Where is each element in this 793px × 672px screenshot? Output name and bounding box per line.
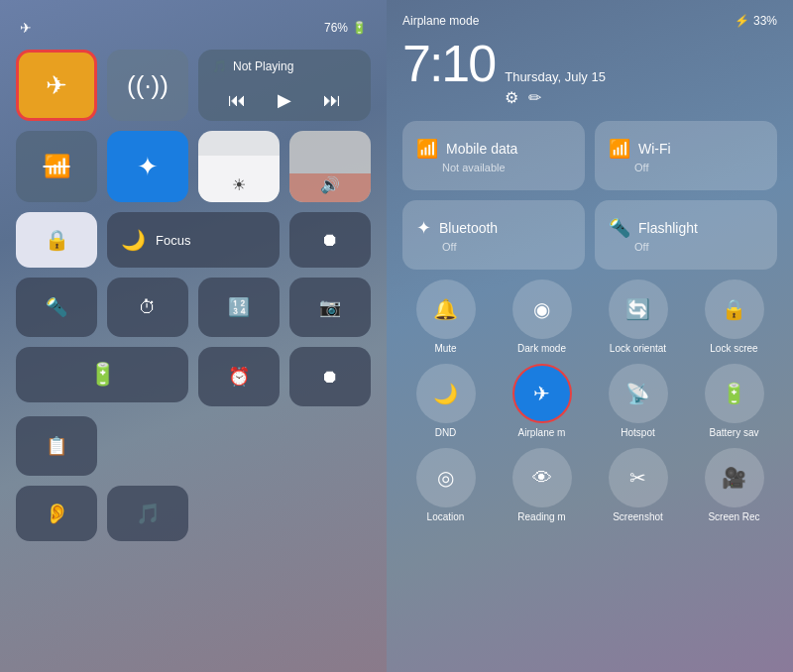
right-status-bar: Airplane mode ⚡ 33% [402,14,777,28]
airplane-mode-round-button[interactable]: ✈ [512,364,572,423]
now-playing-title: 🎵 Not Playing [212,59,357,73]
reading-mode-label: Reading m [517,511,565,522]
dark-mode-item: ◉ Dark mode [499,280,585,354]
location-icon: ◎ [437,466,454,490]
edit-icon[interactable]: ✏ [528,88,541,107]
notes-icon: 📋 [46,435,67,457]
quick-icons-row: ⚙ ✏ [505,88,606,107]
record-icon: ⏺ [321,367,339,388]
dark-mode-button[interactable]: ◉ [512,280,572,339]
wifi-tile[interactable]: 📶 Wi-Fi Off [595,121,777,190]
bluetooth-tile[interactable]: ✦ Bluetooth Off [402,200,585,270]
location-button[interactable]: ◎ [416,448,476,507]
mobile-data-icon: 📶 [416,138,438,160]
alarm-button[interactable]: ⏰ [198,347,280,406]
ear-button[interactable]: 👂 [16,486,97,541]
screenshot-button[interactable]: ✂ [609,448,668,507]
torch-button[interactable]: 🔦 [16,278,97,337]
round-row-3: ◎ Location 👁 Reading m ✂ Screenshot 🎥 Sc… [402,448,777,522]
gear-icon[interactable]: ⚙ [505,88,518,107]
hotspot-button[interactable]: 📡 [609,364,668,423]
flashlight-tile-label: Flashlight [638,220,698,236]
battery-widget[interactable]: 🔋 [16,347,188,402]
screen-orientation-button[interactable]: 🔒 [16,212,97,268]
wifi-tile-icon: 📶 [609,138,630,160]
lock-screen-item: 🔒 Lock scree [691,280,777,354]
mute-item: 🔔 Mute [402,280,489,354]
alarm-icon: ⏰ [228,366,250,388]
left-battery: 76% 🔋 [324,21,367,35]
mute-button[interactable]: 🔔 [416,280,476,339]
screen-record-button[interactable]: 🎥 [705,448,764,507]
airplane-round-icon: ✈ [533,382,550,405]
dnd-button[interactable]: 🌙 [416,364,476,423]
flashlight-tile[interactable]: 🔦 Flashlight Off [595,200,777,270]
dnd-label: DND [435,427,457,438]
lock-screen-button[interactable]: 🔒 [705,280,764,339]
mobile-data-sub: Not available [416,162,571,173]
brightness-icon: ☀ [232,175,246,194]
reading-mode-button[interactable]: 👁 [512,448,572,507]
charging-icon: ⚡ [735,14,749,28]
timer-icon: ⏱ [139,297,157,318]
airplane-mode-item: ✈ Airplane m [499,364,585,438]
lock-orientation-label: Lock orientat [610,343,666,354]
lock-orientation-button[interactable]: 🔄 [609,280,668,339]
location-label: Location [427,511,465,522]
prev-button[interactable]: ⏮ [228,90,246,111]
focus-moon-icon: 🌙 [121,228,146,252]
location-item: ◎ Location [402,448,489,522]
wifi-button[interactable]: ((·)) [107,50,188,121]
right-tiles-row2: ✦ Bluetooth Off 🔦 Flashlight Off [402,200,777,270]
airplane-mode-button[interactable]: ✈ [16,50,97,121]
lock-screen-label: Lock scree [710,343,757,354]
bluetooth-tile-sub: Off [416,241,571,253]
calculator-icon: 🔢 [228,296,250,318]
no-wifi-icon: 📶 [44,154,70,179]
calculator-button[interactable]: 🔢 [198,278,280,337]
reading-mode-icon: 👁 [532,467,552,490]
battery-icon: 🔋 [89,362,116,388]
dark-mode-icon: ◉ [533,297,550,321]
mobile-data-label: Mobile data [446,141,517,157]
round-row-2: 🌙 DND ✈ Airplane m 📡 Hotspot 🔋 Battery s… [402,364,777,438]
screen-record-icon: 🎥 [722,466,746,490]
brightness-slider[interactable]: ☀ [198,131,280,202]
hotspot-label: Hotspot [621,427,654,438]
mobile-data-tile[interactable]: 📶 Mobile data Not available [402,121,585,190]
time-text: 7:10 [402,34,495,93]
shazam-button[interactable]: 🎵 [107,486,188,541]
round-row-1: 🔔 Mute ◉ Dark mode 🔄 Lock orientat 🔒 Loc… [402,280,777,354]
bluetooth-button[interactable]: ✦ [107,131,188,202]
screen-record-label: Screen Rec [708,511,759,522]
media-controls: ⏮ ▶ ⏭ [212,89,357,111]
play-button[interactable]: ▶ [278,89,291,111]
record-button[interactable]: ⏺ [289,347,371,406]
battery-saver-label: Battery sav [709,427,758,438]
left-battery-text: 76% [324,21,348,35]
screen-record-small[interactable]: ⏺ [289,212,371,268]
flashlight-tile-sub: Off [609,241,763,253]
airplane-mode-round-label: Airplane m [518,427,566,438]
dnd-icon: 🌙 [433,382,458,405]
timer-button[interactable]: ⏱ [107,278,188,337]
now-playing-block[interactable]: 🎵 Not Playing ⏮ ▶ ⏭ [198,50,371,121]
screen-record-item: 🎥 Screen Rec [691,448,777,522]
focus-button[interactable]: 🌙 Focus [107,212,280,268]
notes-button[interactable]: 📋 [16,416,97,476]
ear-icon: 👂 [45,502,69,525]
right-panel: Airplane mode ⚡ 33% 7:10 Thursday, July … [387,0,793,672]
no-wifi-button[interactable]: 📶 [16,131,97,202]
wifi-icon: ((·)) [127,70,169,101]
dnd-item: 🌙 DND [402,364,489,438]
bluetooth-icon: ✦ [137,152,159,182]
reading-mode-item: 👁 Reading m [499,448,585,522]
mute-icon: 🔔 [433,297,458,321]
battery-saver-button[interactable]: 🔋 [705,364,764,423]
torch-icon: 🔦 [46,296,67,318]
next-button[interactable]: ⏭ [323,90,341,111]
volume-slider[interactable]: 🔊 [289,131,371,202]
battery-saver-item: 🔋 Battery sav [691,364,777,438]
right-battery-info: ⚡ 33% [735,14,777,28]
camera-button[interactable]: 📷 [289,278,371,337]
